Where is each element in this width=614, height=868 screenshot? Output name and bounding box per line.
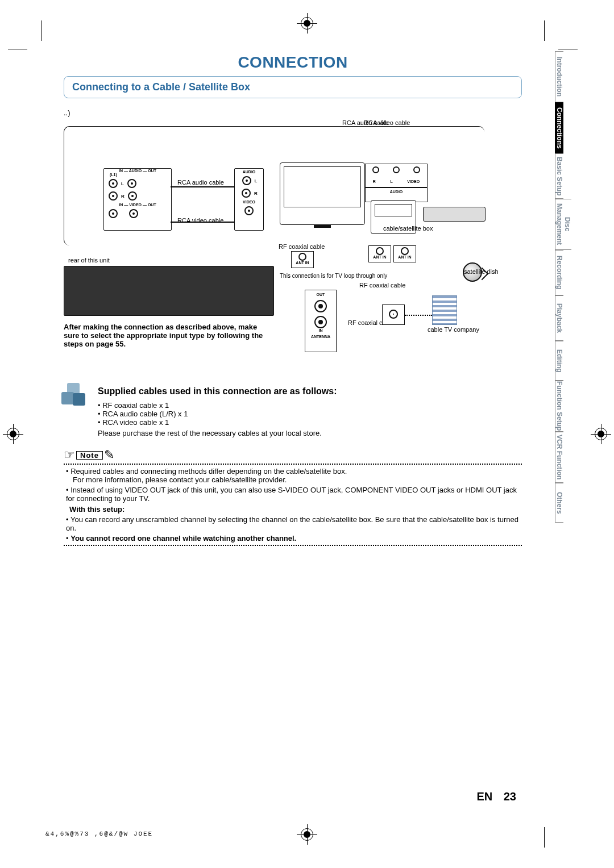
label-video-stb: VIDEO	[407, 180, 420, 183]
tab-basic-setup: Basic Setup	[555, 153, 563, 199]
dotted-rule	[64, 464, 522, 465]
supplied-cables-block: Supplied cables used in this connection …	[64, 386, 522, 437]
tab-disc-management: Disc Management	[555, 199, 571, 250]
stb-ant-panel2: ANT IN	[393, 245, 416, 262]
tab-function-setup: Function Setup	[555, 381, 563, 432]
connection-note-text: After making the connection as described…	[64, 323, 268, 348]
fragment-text: ..)	[64, 108, 545, 117]
port-icon	[298, 253, 306, 261]
port-icon	[314, 316, 327, 328]
port-icon	[129, 209, 138, 218]
port-icon	[393, 166, 400, 173]
label-loop-through: This connection is for TV loop through o…	[280, 273, 337, 279]
crop-mark-icon	[301, 17, 313, 30]
label-out: OUT	[305, 293, 336, 297]
tab-playback: Playback	[555, 295, 563, 341]
hand-point-icon: ☞	[64, 449, 75, 461]
section-heading: Connecting to a Cable / Satellite Box	[72, 81, 513, 93]
supplied-item: RCA video cable x 1	[98, 418, 522, 427]
crop-line	[41, 20, 42, 41]
stb-input-panel: R L VIDEO	[365, 164, 428, 187]
label-r: R	[121, 194, 125, 199]
note-subtext: For more information, please contact you…	[73, 475, 522, 484]
port-icon	[127, 179, 136, 188]
label-r2: R	[254, 191, 258, 196]
dotted-rule	[64, 545, 522, 546]
port-icon	[401, 247, 409, 255]
antenna-panel: OUT IN ANTENNA	[305, 290, 337, 352]
note-item: Required cables and connecting methods d…	[66, 467, 522, 484]
label-l2: L	[255, 178, 258, 183]
connection-diagram: RCA video cable RCA audio cable IN — AUD…	[64, 119, 522, 375]
crop-mark-icon	[7, 428, 19, 440]
port-icon	[109, 209, 118, 218]
cable-line	[171, 186, 234, 187]
label-rf-coax-2: RF coaxial cable	[359, 282, 405, 289]
wall-plate-icon	[382, 304, 405, 325]
label-antenna: ANTENNA	[305, 335, 336, 339]
label-l-stb: L	[390, 180, 392, 183]
section-heading-box: Connecting to a Cable / Satellite Box	[64, 76, 522, 98]
note-header: ☞ Note ✎	[64, 449, 522, 461]
cubes-icon	[61, 383, 89, 410]
label-ant-in: ANT IN	[292, 261, 313, 265]
label-r-stb: R	[373, 180, 376, 183]
label-in-audio-out: IN — AUDIO — OUT	[104, 169, 171, 173]
dotted-line	[405, 315, 432, 316]
tab-recording: Recording	[555, 250, 563, 295]
stb-ant-panel1: ANT IN	[368, 245, 391, 262]
pencil-icon: ✎	[104, 449, 114, 461]
crop-line	[8, 49, 27, 49]
tv-icon	[280, 162, 365, 225]
port-icon	[314, 300, 327, 312]
tab-editing: Editing	[555, 341, 563, 381]
crop-line	[544, 827, 545, 848]
supplied-item: RCA audio cable (L/R) x 1	[98, 410, 522, 418]
page-footer: EN 23	[476, 790, 516, 803]
port-icon	[109, 179, 118, 188]
port-icon	[128, 191, 137, 201]
supplied-purchase: Please purchase the rest of the necessar…	[98, 429, 522, 437]
supplied-heading: Supplied cables used in this connection …	[98, 386, 522, 397]
crop-line	[558, 49, 578, 49]
label-rca-audio-cable2: RCA audio cable	[177, 179, 224, 186]
label-in: IN	[305, 328, 336, 332]
port-icon	[413, 166, 420, 173]
label-in-video-out: IN — VIDEO — OUT	[104, 203, 171, 207]
note-text: Required cables and connecting methods d…	[70, 467, 347, 475]
label-rca-video-cable2: RCA video cable	[177, 217, 223, 224]
note-bold: You cannot record one channel while watc…	[70, 534, 296, 542]
unit-rear-icon	[64, 266, 274, 316]
tv-input-panel: AUDIO L R VIDEO	[234, 168, 264, 231]
footer-page-number: 23	[504, 790, 516, 803]
crop-mark-icon	[301, 828, 313, 841]
label-video-in: VIDEO	[235, 200, 263, 204]
label-cable-satellite-box: cable/satellite box	[383, 225, 433, 232]
crop-mark-icon	[595, 428, 607, 440]
crop-line	[544, 20, 545, 41]
tv-ant-panel: ANT IN	[291, 251, 314, 268]
unit-rear-panel: IN — AUDIO — OUT (L1) L R IN — VIDEO — O…	[103, 168, 172, 231]
label-l1: (L1)	[104, 173, 171, 177]
note-item: You can record any unscrambled channel b…	[66, 515, 522, 532]
page-content: CONNECTION Connecting to a Cable / Satel…	[41, 49, 545, 819]
port-icon	[372, 166, 379, 173]
label-rear-of-unit: rear of this unit	[68, 257, 110, 264]
label-rf-coax: RF coaxial cable	[279, 243, 324, 250]
section-tabs: Introduction Connections Basic Setup Dis…	[555, 51, 587, 523]
tab-others: Others	[555, 483, 563, 523]
note-item: Instead of using VIDEO OUT jack of this …	[66, 486, 522, 503]
label-cable-tv-company: cable TV company	[428, 326, 467, 333]
port-icon	[389, 310, 398, 319]
tab-vcr-function: VCR Function	[555, 432, 563, 483]
label-satellite-dish: satellite dish	[464, 268, 499, 275]
label-ant-in3: ANT IN	[394, 255, 416, 259]
port-icon	[244, 206, 254, 215]
footer-lang: EN	[476, 790, 492, 803]
note-item: You cannot record one channel while watc…	[66, 534, 522, 542]
tab-connections: Connections	[555, 102, 563, 153]
port-icon	[109, 191, 118, 201]
label-audio-in: AUDIO	[235, 170, 263, 174]
label-ant-in2: ANT IN	[369, 255, 391, 259]
tab-introduction: Introduction	[555, 51, 563, 102]
